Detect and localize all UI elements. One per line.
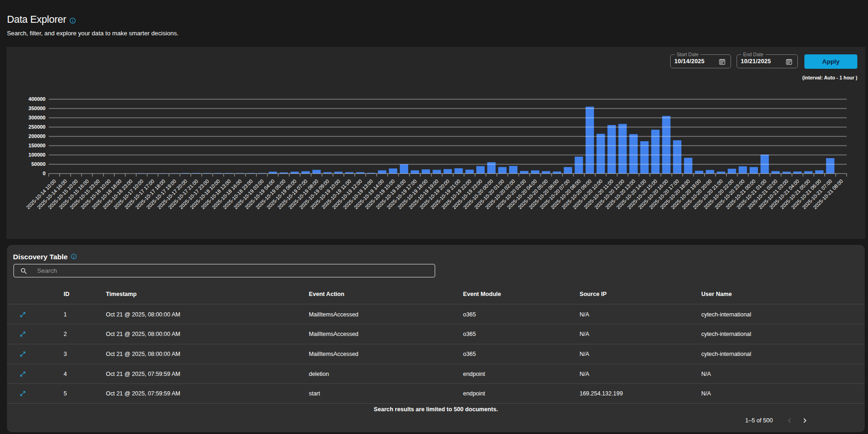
svg-text:200000: 200000 bbox=[28, 133, 46, 139]
svg-text:300000: 300000 bbox=[28, 115, 46, 120]
svg-text:350000: 350000 bbox=[28, 105, 46, 111]
svg-text:400000: 400000 bbox=[28, 96, 46, 102]
svg-text:250000: 250000 bbox=[28, 124, 46, 130]
svg-text:0: 0 bbox=[43, 171, 46, 176]
svg-text:100000: 100000 bbox=[28, 152, 46, 158]
svg-text:150000: 150000 bbox=[28, 143, 46, 148]
svg-text:50000: 50000 bbox=[31, 161, 46, 167]
